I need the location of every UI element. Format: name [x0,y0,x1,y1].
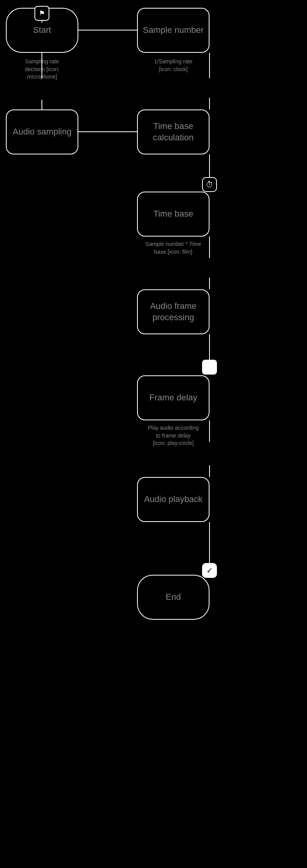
time-base-calc-node: Time base calculation [137,109,209,154]
frame-delay-node: Frame delay [137,375,209,420]
audio-sampling-label: Audio sampling [9,123,74,141]
end-node: End [137,575,209,620]
audio-playback-node: Audio playback [137,477,209,522]
time-base-calc-label: Time base calculation [138,118,209,146]
frame-delay-label: Frame delay [146,389,200,407]
audio-sampling-node: Audio sampling [6,109,78,154]
audio-playback-label: Audio playback [141,491,206,508]
clock-icon: ⏱ [202,177,217,192]
sampling-rate-label: Sampling ratedecision [icon:microphone] [6,58,78,81]
time-base-label: Time base [150,205,197,223]
start-label: Start [30,22,54,39]
time-base-node: Time base [137,192,209,237]
audio-frame-label: Audio frame processing [138,298,209,326]
end-label: End [163,588,184,606]
one-over-rate-label: 1/Sampling rate[icon: clock] [137,58,209,73]
square-icon [202,360,217,375]
play-audio-label: Play audio accordingto frame delay[icon:… [137,424,209,447]
sample-time-base-label: Sample number * Timebase [icon: film] [137,240,209,256]
audio-frame-node: Audio frame processing [137,289,209,334]
check-icon: ✓ [202,563,217,578]
sample-number-label: Sample number [140,22,207,39]
flag-icon: ⚑ [34,6,49,21]
sample-number-node: Sample number [137,8,209,53]
